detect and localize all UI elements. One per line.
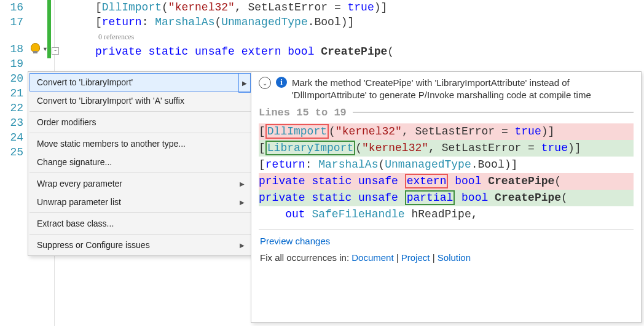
- diff-removed-line: [DllImport("kernel32", SetLastError = tr…: [259, 123, 634, 140]
- info-icon: i: [276, 77, 287, 88]
- line-number: 23: [0, 115, 26, 130]
- quick-action-preview: ⌄ i Mark the method 'CreatePipe' with 'L…: [251, 71, 642, 323]
- code-line[interactable]: [DllImport("kernel32", SetLastError = tr…: [58, 0, 644, 15]
- line-number: 18: [0, 42, 26, 56]
- menu-separator: [29, 234, 251, 235]
- fix-document-link[interactable]: Document: [351, 252, 393, 263]
- menu-item-label: Convert to 'LibraryImport' with 'A' suff…: [37, 96, 184, 106]
- menu-item-label: Wrap every parameter: [37, 179, 122, 188]
- preview-changes-link[interactable]: Preview changes: [260, 236, 330, 246]
- submenu-arrow-icon: ▶: [240, 199, 245, 206]
- menu-separator: [29, 173, 251, 173]
- menu-separator: [29, 133, 251, 133]
- menu-item-label: Change signature...: [37, 157, 112, 167]
- code-editor[interactable]: [DllImport("kernel32", SetLastError = tr…: [58, 0, 644, 59]
- codelens-references[interactable]: 0 references: [58, 29, 644, 44]
- preview-range: Lines 15 to 19: [251, 104, 641, 123]
- preview-actions: Preview changes Fix all occurrences in: …: [251, 230, 641, 268]
- menu-item-change-signature[interactable]: Change signature...: [29, 153, 251, 171]
- diff-view: [DllImport("kernel32", SetLastError = tr…: [251, 123, 641, 224]
- submenu-arrow-icon: ▶: [240, 180, 245, 187]
- menu-item-label: Suppress or Configure issues: [37, 240, 150, 250]
- diff-removed-line: private static unsafe extern bool Create…: [259, 173, 634, 190]
- line-number: 21: [0, 86, 26, 101]
- watermark-icon: [551, 305, 565, 319]
- line-number: 19: [0, 56, 26, 71]
- lightbulb-quick-actions[interactable]: ▼: [31, 42, 49, 56]
- submenu-arrow-icon: ▶: [240, 242, 245, 249]
- line-number: 17: [0, 15, 26, 29]
- line-number: 25: [0, 145, 26, 160]
- line-number-gutter: 16 17 18 19 20 21 22 23 24 25: [0, 0, 26, 160]
- menu-item-unwrap-params[interactable]: Unwrap parameter list ▶: [29, 193, 251, 211]
- line-number: 24: [0, 130, 26, 145]
- menu-item-label: Extract base class...: [37, 219, 114, 228]
- menu-item-convert-libraryimport[interactable]: Convert to 'LibraryImport' ▶: [29, 73, 251, 91]
- code-line[interactable]: private static unsafe extern bool Create…: [58, 44, 644, 59]
- menu-item-label: Convert to 'LibraryImport': [37, 77, 133, 87]
- fix-all-label: Fix all occurrences in:: [260, 252, 351, 263]
- line-number: 20: [0, 71, 26, 86]
- line-number: 16: [0, 0, 26, 15]
- watermark: DotNet NB: [551, 304, 637, 320]
- diff-context-line: [return: MarshalAs(UnmanagedType.Bool)]: [259, 157, 634, 173]
- preview-message: Mark the method 'CreatePipe' with 'Libra…: [292, 77, 634, 102]
- diff-context-line: out SafeFileHandle hReadPipe,: [259, 206, 634, 223]
- menu-item-suppress[interactable]: Suppress or Configure issues ▶: [29, 236, 251, 254]
- menu-item-convert-libraryimport-a[interactable]: Convert to 'LibraryImport' with 'A' suff…: [29, 91, 251, 110]
- fix-project-link[interactable]: Project: [401, 252, 430, 263]
- diff-added-line: [LibraryImport("kernel32", SetLastError …: [259, 140, 634, 157]
- collapse-icon[interactable]: ⌄: [259, 77, 271, 89]
- menu-item-label: Order modifiers: [37, 117, 96, 127]
- menu-item-wrap-params[interactable]: Wrap every parameter ▶: [29, 174, 251, 193]
- preview-header: ⌄ i Mark the method 'CreatePipe' with 'L…: [251, 72, 641, 104]
- menu-item-label: Unwrap parameter list: [37, 197, 121, 207]
- menu-separator: [29, 212, 251, 213]
- menu-item-order-modifiers[interactable]: Order modifiers: [29, 113, 251, 131]
- dropdown-caret-icon: ▼: [42, 46, 48, 52]
- menu-separator: [29, 111, 251, 112]
- diff-added-line: private static unsafe partial bool Creat…: [259, 190, 634, 206]
- fix-solution-link[interactable]: Solution: [438, 252, 471, 263]
- menu-item-label: Move static members to another type...: [37, 139, 186, 149]
- menu-item-move-static[interactable]: Move static members to another type...: [29, 134, 251, 153]
- quick-actions-menu: Convert to 'LibraryImport' ▶ Convert to …: [28, 71, 253, 256]
- menu-item-extract-base[interactable]: Extract base class...: [29, 214, 251, 233]
- line-number: 22: [0, 101, 26, 115]
- lightbulb-icon: [31, 43, 41, 55]
- submenu-arrow-icon[interactable]: ▶: [238, 73, 251, 93]
- code-line[interactable]: [return: MarshalAs(UnmanagedType.Bool)]: [58, 15, 644, 29]
